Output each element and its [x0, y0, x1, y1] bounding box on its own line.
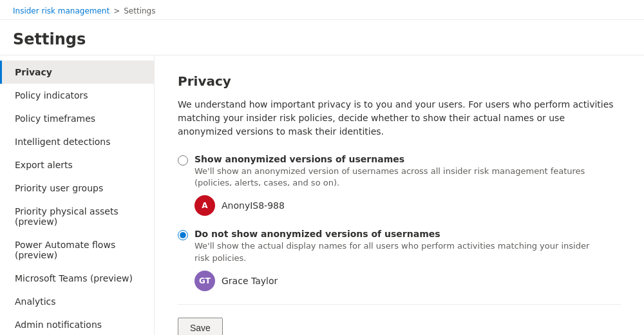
radio-anonymized[interactable]	[178, 155, 188, 166]
option-anonymized-group: Show anonymized versions of usernames We…	[178, 154, 621, 216]
anonymized-avatar: A	[194, 195, 215, 216]
divider	[178, 304, 621, 305]
sidebar-item-power-automate-flows[interactable]: Power Automate flows (preview)	[0, 233, 154, 267]
actual-avatar: GT	[194, 271, 215, 291]
sidebar-item-privacy[interactable]: Privacy	[0, 61, 154, 84]
sidebar-item-priority-physical-assets[interactable]: Priority physical assets (preview)	[0, 200, 154, 233]
sidebar-item-microsoft-teams[interactable]: Microsoft Teams (preview)	[0, 267, 154, 290]
page-title-area: Settings	[0, 20, 644, 55]
sidebar-item-analytics[interactable]: Analytics	[0, 290, 154, 313]
sidebar-item-priority-user-groups[interactable]: Priority user groups	[0, 177, 154, 200]
sidebar-item-policy-indicators[interactable]: Policy indicators	[0, 84, 154, 107]
content-description: We understand how important privacy is t…	[178, 98, 621, 139]
save-button[interactable]: Save	[178, 318, 223, 335]
breadcrumb: Insider risk management > Settings	[13, 6, 631, 15]
anonymized-description: We'll show an anonymized version of user…	[194, 166, 594, 189]
radio-actual[interactable]	[178, 230, 188, 240]
option-actual-group: Do not show anonymized versions of usern…	[178, 229, 621, 291]
option-actual-row: Do not show anonymized versions of usern…	[178, 229, 621, 263]
option-anonymized-row: Show anonymized versions of usernames We…	[178, 154, 621, 189]
actual-description: We'll show the actual display names for …	[194, 240, 594, 263]
anonymized-username: AnonyIS8-988	[222, 200, 285, 211]
sidebar-item-intelligent-detections[interactable]: Intelligent detections	[0, 130, 154, 153]
top-bar: Insider risk management > Settings	[0, 0, 644, 20]
anonymized-text-block: Show anonymized versions of usernames We…	[194, 154, 594, 189]
content-title: Privacy	[178, 73, 621, 89]
content-area: Privacy We understand how important priv…	[155, 55, 644, 335]
anonymized-user-example: A AnonyIS8-988	[194, 195, 621, 216]
actual-label[interactable]: Do not show anonymized versions of usern…	[194, 229, 594, 239]
actual-username: Grace Taylor	[222, 276, 278, 286]
breadcrumb-current: Settings	[124, 6, 155, 15]
anonymized-label[interactable]: Show anonymized versions of usernames	[194, 154, 594, 164]
actual-user-example: GT Grace Taylor	[194, 271, 621, 291]
main-layout: Privacy Policy indicators Policy timefra…	[0, 55, 644, 335]
sidebar-item-export-alerts[interactable]: Export alerts	[0, 153, 154, 177]
sidebar-item-policy-timeframes[interactable]: Policy timeframes	[0, 107, 154, 130]
sidebar: Privacy Policy indicators Policy timefra…	[0, 55, 155, 335]
breadcrumb-parent[interactable]: Insider risk management	[13, 6, 109, 15]
sidebar-item-admin-notifications[interactable]: Admin notifications	[0, 313, 154, 335]
actual-text-block: Do not show anonymized versions of usern…	[194, 229, 594, 263]
page-title: Settings	[13, 30, 631, 48]
breadcrumb-separator: >	[113, 6, 120, 15]
